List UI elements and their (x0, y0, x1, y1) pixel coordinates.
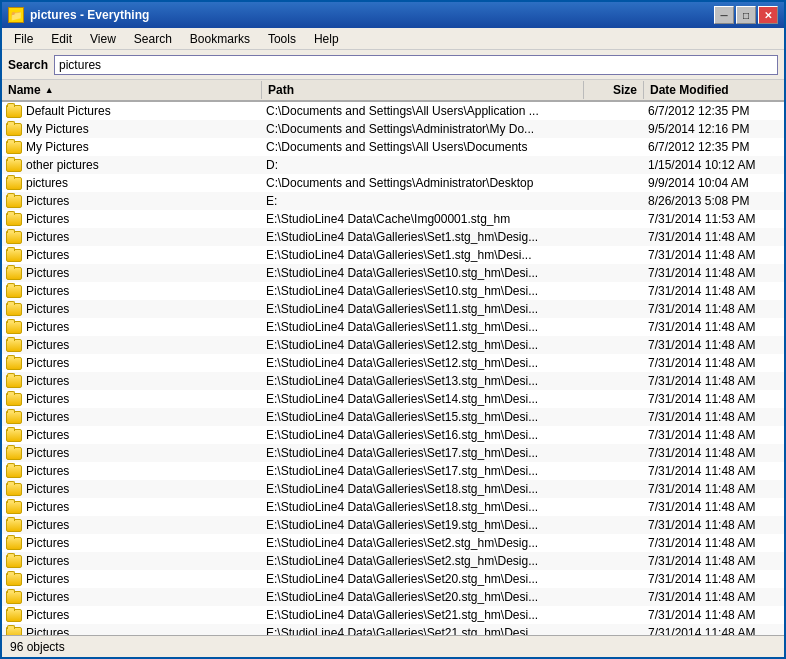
minimize-button[interactable]: ─ (714, 6, 734, 24)
file-name: Pictures (26, 338, 69, 352)
file-name: Pictures (26, 266, 69, 280)
col-header-name[interactable]: Name ▲ (2, 81, 262, 99)
table-row[interactable]: PicturesE:\StudioLine4 Data\Galleries\Se… (2, 462, 784, 480)
cell-path: E:\StudioLine4 Data\Galleries\Set21.stg_… (262, 625, 584, 635)
cell-path: E:\StudioLine4 Data\Galleries\Set12.stg_… (262, 337, 584, 353)
table-row[interactable]: My PicturesC:\Documents and Settings\All… (2, 138, 784, 156)
folder-icon (6, 627, 22, 636)
close-button[interactable]: ✕ (758, 6, 778, 24)
folder-icon (6, 321, 22, 334)
search-label: Search (8, 58, 48, 72)
menu-edit[interactable]: Edit (43, 30, 80, 47)
cell-size (584, 488, 644, 490)
menu-search[interactable]: Search (126, 30, 180, 47)
table-row[interactable]: PicturesE:\StudioLine4 Data\Galleries\Se… (2, 606, 784, 624)
cell-size (584, 326, 644, 328)
cell-size (584, 614, 644, 616)
cell-path: E:\StudioLine4 Data\Galleries\Set10.stg_… (262, 265, 584, 281)
table-row[interactable]: PicturesE:\StudioLine4 Data\Cache\Img000… (2, 210, 784, 228)
table-row[interactable]: PicturesE:\StudioLine4 Data\Galleries\Se… (2, 408, 784, 426)
cell-size (584, 596, 644, 598)
cell-date: 7/31/2014 11:48 AM (644, 391, 784, 407)
menu-file[interactable]: File (6, 30, 41, 47)
search-input[interactable] (54, 55, 778, 75)
cell-size (584, 578, 644, 580)
file-name: Pictures (26, 428, 69, 442)
table-row[interactable]: My PicturesC:\Documents and Settings\Adm… (2, 120, 784, 138)
table-row[interactable]: PicturesE:\StudioLine4 Data\Galleries\Se… (2, 372, 784, 390)
cell-size (584, 200, 644, 202)
table-row[interactable]: PicturesE:8/26/2013 5:08 PM (2, 192, 784, 210)
file-name: Pictures (26, 482, 69, 496)
cell-date: 7/31/2014 11:48 AM (644, 409, 784, 425)
table-row[interactable]: Default PicturesC:\Documents and Setting… (2, 102, 784, 120)
menu-help[interactable]: Help (306, 30, 347, 47)
cell-path: E:\StudioLine4 Data\Galleries\Set12.stg_… (262, 355, 584, 371)
cell-size (584, 632, 644, 634)
table-row[interactable]: PicturesE:\StudioLine4 Data\Galleries\Se… (2, 552, 784, 570)
col-header-path[interactable]: Path (262, 81, 584, 99)
folder-icon (6, 357, 22, 370)
maximize-button[interactable]: □ (736, 6, 756, 24)
cell-date: 7/31/2014 11:48 AM (644, 283, 784, 299)
cell-name: Pictures (2, 247, 262, 263)
table-row[interactable]: PicturesE:\StudioLine4 Data\Galleries\Se… (2, 516, 784, 534)
table-row[interactable]: PicturesE:\StudioLine4 Data\Galleries\Se… (2, 426, 784, 444)
table-row[interactable]: picturesC:\Documents and Settings\Admini… (2, 174, 784, 192)
cell-name: Pictures (2, 589, 262, 605)
cell-size (584, 308, 644, 310)
cell-date: 7/31/2014 11:48 AM (644, 319, 784, 335)
folder-icon (6, 105, 22, 118)
cell-path: D: (262, 157, 584, 173)
table-row[interactable]: PicturesE:\StudioLine4 Data\Galleries\Se… (2, 300, 784, 318)
cell-path: C:\Documents and Settings\All Users\Docu… (262, 139, 584, 155)
cell-path: E:\StudioLine4 Data\Galleries\Set16.stg_… (262, 427, 584, 443)
menu-view[interactable]: View (82, 30, 124, 47)
cell-date: 7/31/2014 11:48 AM (644, 301, 784, 317)
table-row[interactable]: PicturesE:\StudioLine4 Data\Galleries\Se… (2, 390, 784, 408)
col-header-size[interactable]: Size (584, 81, 644, 99)
table-row[interactable]: PicturesE:\StudioLine4 Data\Galleries\Se… (2, 264, 784, 282)
menu-tools[interactable]: Tools (260, 30, 304, 47)
col-header-date[interactable]: Date Modified (644, 81, 784, 99)
menu-bookmarks[interactable]: Bookmarks (182, 30, 258, 47)
table-row[interactable]: PicturesE:\StudioLine4 Data\Galleries\Se… (2, 228, 784, 246)
cell-name: Pictures (2, 445, 262, 461)
cell-date: 7/31/2014 11:48 AM (644, 463, 784, 479)
cell-name: Pictures (2, 571, 262, 587)
menu-bar: File Edit View Search Bookmarks Tools He… (2, 28, 784, 50)
table-row[interactable]: PicturesE:\StudioLine4 Data\Galleries\Se… (2, 480, 784, 498)
cell-name: Default Pictures (2, 103, 262, 119)
file-list[interactable]: Default PicturesC:\Documents and Setting… (2, 102, 784, 635)
folder-icon (6, 537, 22, 550)
table-row[interactable]: PicturesE:\StudioLine4 Data\Galleries\Se… (2, 588, 784, 606)
table-row[interactable]: PicturesE:\StudioLine4 Data\Galleries\Se… (2, 318, 784, 336)
cell-size (584, 434, 644, 436)
table-row[interactable]: PicturesE:\StudioLine4 Data\Galleries\Se… (2, 570, 784, 588)
cell-size (584, 506, 644, 508)
cell-date: 7/31/2014 11:48 AM (644, 517, 784, 533)
file-name: Pictures (26, 356, 69, 370)
table-row[interactable]: other picturesD:1/15/2014 10:12 AM (2, 156, 784, 174)
folder-icon (6, 339, 22, 352)
table-row[interactable]: PicturesE:\StudioLine4 Data\Galleries\Se… (2, 282, 784, 300)
cell-path: E:\StudioLine4 Data\Galleries\Set20.stg_… (262, 571, 584, 587)
table-row[interactable]: PicturesE:\StudioLine4 Data\Galleries\Se… (2, 444, 784, 462)
cell-name: Pictures (2, 193, 262, 209)
cell-date: 9/9/2014 10:04 AM (644, 175, 784, 191)
cell-path: E:\StudioLine4 Data\Galleries\Set15.stg_… (262, 409, 584, 425)
table-row[interactable]: PicturesE:\StudioLine4 Data\Galleries\Se… (2, 534, 784, 552)
cell-date: 7/31/2014 11:48 AM (644, 481, 784, 497)
folder-icon (6, 375, 22, 388)
folder-icon (6, 195, 22, 208)
cell-path: E:\StudioLine4 Data\Galleries\Set13.stg_… (262, 373, 584, 389)
cell-path: C:\Documents and Settings\Administrator\… (262, 121, 584, 137)
table-row[interactable]: PicturesE:\StudioLine4 Data\Galleries\Se… (2, 498, 784, 516)
cell-name: Pictures (2, 337, 262, 353)
cell-name: Pictures (2, 355, 262, 371)
table-row[interactable]: PicturesE:\StudioLine4 Data\Galleries\Se… (2, 624, 784, 635)
table-row[interactable]: PicturesE:\StudioLine4 Data\Galleries\Se… (2, 354, 784, 372)
table-row[interactable]: PicturesE:\StudioLine4 Data\Galleries\Se… (2, 336, 784, 354)
table-row[interactable]: PicturesE:\StudioLine4 Data\Galleries\Se… (2, 246, 784, 264)
file-name: Pictures (26, 500, 69, 514)
